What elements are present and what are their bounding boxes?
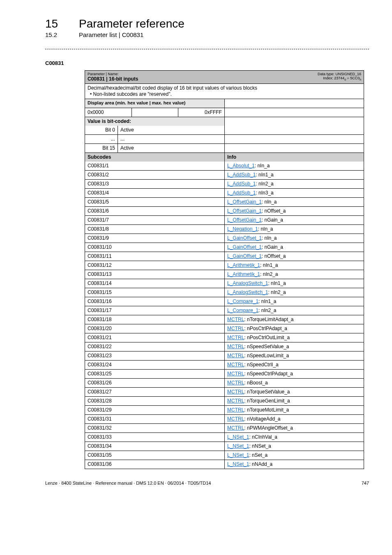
info-suffix: : nIn_a (255, 163, 270, 169)
info-cell: L_Absolut_1: nIn_a (224, 162, 364, 170)
info-cell: L_GainOffset_1: nIn_a (224, 234, 364, 243)
param-name-value: C00831 | 16-bit inputs (88, 76, 278, 82)
info-link[interactable]: L_NSet_1 (227, 452, 249, 458)
info-cell: L_OffsetGain_1: nOffset_a (224, 207, 364, 215)
info-link[interactable]: L_Compare_1 (227, 308, 258, 313)
value-bit-coded-empty-right (224, 117, 364, 126)
info-cell: MCTRL: nTorqueMotLimit_a (224, 406, 364, 414)
info-link[interactable]: L_AddSub_1 (227, 181, 256, 187)
subcode-cell: C00831/36 (85, 460, 224, 469)
info-link[interactable]: L_Absolut_1 (227, 163, 255, 169)
info-suffix: : nIn1_a (258, 298, 276, 304)
info-suffix: : nTorqueLimitAdapt_a (244, 317, 293, 322)
code-label: C00831 (45, 60, 369, 66)
info-cell: L_AddSub_1: nIn3_a (224, 189, 364, 197)
info-suffix: : nTorqueSetValue_a (244, 389, 290, 395)
description-text: Decimal/hexadecimal/bit coded display of… (88, 85, 361, 91)
info-cell: MCTRL: nSpeedCtrlPAdapt_a (224, 370, 364, 378)
info-cell: L_AddSub_1: nIn2_a (224, 180, 364, 188)
info-link[interactable]: MCTRL (227, 317, 244, 322)
info-link[interactable]: L_NSet_1 (227, 443, 249, 449)
info-link[interactable]: MCTRL (227, 353, 244, 358)
description-bullet: • Non-listed subcodes are "reserved". (88, 91, 361, 97)
subcode-cell: C00831/12 (85, 261, 224, 270)
info-suffix: : nGain_a (262, 217, 283, 223)
info-link[interactable]: MCTRL (227, 326, 244, 331)
info-suffix: : nIn_a (262, 199, 277, 205)
info-cell: MCTRL: nTorqueSetValue_a (224, 388, 364, 396)
data-type-line2: Index: 23744d = 5CC0h (283, 76, 361, 81)
info-link[interactable]: L_OffsetGain_1 (227, 217, 262, 223)
info-link[interactable]: L_GainOffset_1 (227, 253, 262, 259)
subcode-cell: C00831/16 (85, 297, 224, 306)
info-suffix: : nOffset_a (262, 253, 286, 259)
subcode-cell: C00831/7 (85, 216, 224, 224)
info-cell: MCTRL: nSpeedCtrlI_a (224, 361, 364, 369)
info-link[interactable]: L_OffsetGain_1 (227, 199, 262, 205)
info-link[interactable]: L_Negation_1 (227, 226, 258, 232)
subcode-cell: C00831/26 (85, 379, 224, 387)
info-link[interactable]: MCTRL (227, 335, 244, 340)
info-link[interactable]: L_Arithmetik_1 (227, 271, 260, 277)
info-suffix: : nIn2_a (258, 308, 276, 313)
subcode-cell: C00831/17 (85, 306, 224, 315)
info-link[interactable]: MCTRL (227, 371, 244, 377)
info-cell: L_OffsetGain_1: nGain_a (224, 216, 364, 224)
info-link[interactable]: L_AnalogSwitch_1 (227, 280, 268, 286)
info-link[interactable]: MCTRL (227, 416, 244, 422)
info-cell: MCTRL: nPosCtrlOutLimit_a (224, 333, 364, 342)
info-cell: L_NSet_1: nCInhVal_a (224, 433, 364, 442)
info-link[interactable]: L_GainOffset_1 (227, 244, 262, 250)
info-link[interactable]: L_NSet_1 (227, 461, 249, 467)
subcode-cell: C00831/34 (85, 442, 224, 451)
info-link[interactable]: L_AnalogSwitch_1 (227, 289, 268, 295)
info-cell: MCTRL: nVoltageAdd_a (224, 415, 364, 423)
info-link[interactable]: MCTRL (227, 398, 244, 404)
subcode-cell: C00831/3 (85, 180, 224, 188)
display-area-max: 0xFFFF (178, 108, 224, 117)
info-suffix: : nSpeedCtrlI_a (244, 362, 278, 368)
display-area-empty-right2 (224, 108, 364, 117)
info-link[interactable]: MCTRL (227, 380, 244, 386)
info-link[interactable]: L_AddSub_1 (227, 172, 256, 178)
info-link[interactable]: L_Arithmetik_1 (227, 262, 260, 268)
info-link[interactable]: MCTRL (227, 389, 244, 395)
info-cell: L_Arithmetik_1: nIn1_a (224, 261, 364, 270)
info-link[interactable]: MCTRL (227, 425, 244, 431)
subcode-cell: C00831/13 (85, 270, 224, 279)
description-cell: Decimal/hexadecimal/bit coded display of… (85, 84, 364, 99)
info-cell: L_OffsetGain_1: nIn_a (224, 198, 364, 206)
info-suffix: : nIn_a (258, 226, 273, 232)
info-suffix: : nSet_a (249, 452, 267, 458)
display-area-empty-right (224, 99, 364, 108)
info-suffix: : nIn1_a (256, 172, 273, 178)
info-suffix: : nGain_a (262, 244, 283, 250)
bit-value: Active (118, 144, 224, 153)
info-cell: L_Compare_1: nIn1_a (224, 297, 364, 306)
info-cell: MCTRL: nSpeedLowLimit_a (224, 352, 364, 360)
info-link[interactable]: L_AddSub_1 (227, 190, 256, 196)
info-cell: L_NSet_1: nSet_a (224, 451, 364, 460)
subcode-cell: C00831/21 (85, 333, 224, 342)
info-suffix: : nPosCtrlOutLimit_a (244, 335, 290, 340)
info-suffix: : nIn1_a (268, 280, 286, 286)
subcode-cell: C00831/2 (85, 171, 224, 179)
info-suffix: : nNSet_a (249, 443, 271, 449)
info-cell: MCTRL: nPWMAngleOffset_a (224, 424, 364, 432)
footer-right: 747 (362, 481, 369, 486)
info-link[interactable]: MCTRL (227, 362, 244, 368)
parameter-table: Parameter | Name: C00831 | 16-bit inputs… (85, 70, 364, 469)
info-link[interactable]: L_OffsetGain_1 (227, 208, 262, 214)
info-suffix: : nIn3_a (256, 190, 273, 196)
subcodes-header-right: Info (224, 153, 364, 162)
info-link[interactable]: MCTRL (227, 344, 244, 349)
info-link[interactable]: L_NSet_1 (227, 434, 249, 440)
subcode-cell: C00831/20 (85, 324, 224, 333)
info-link[interactable]: MCTRL (227, 407, 244, 413)
bit-empty-right (224, 126, 364, 134)
info-link[interactable]: L_Compare_1 (227, 298, 258, 304)
info-suffix: : nSpeedSetValue_a (244, 344, 289, 349)
subsection-title: Parameter list | C00831 (79, 31, 143, 38)
info-link[interactable]: L_GainOffset_1 (227, 235, 262, 241)
info-cell: MCTRL: nTorqueGenLimit_a (224, 397, 364, 405)
